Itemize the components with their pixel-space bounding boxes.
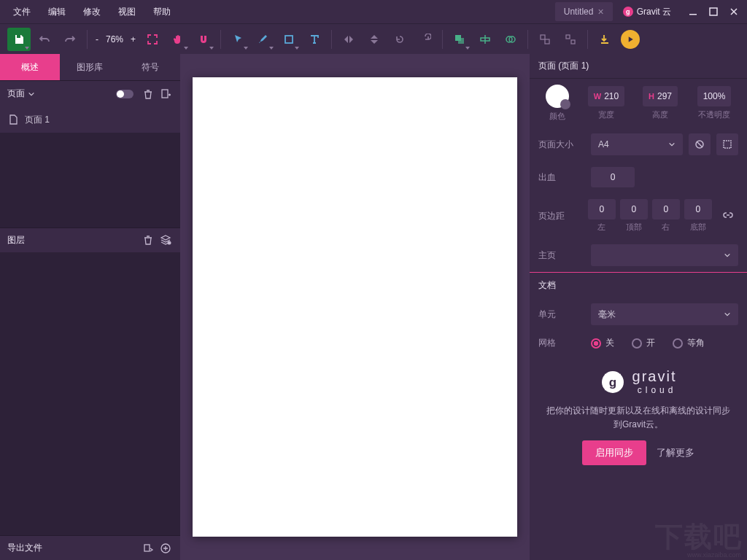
export-files-label: 导出文件: [7, 542, 42, 554]
menu-modify[interactable]: 修改: [74, 1, 109, 23]
page-color-swatch[interactable]: [546, 85, 569, 108]
height-input[interactable]: H297: [643, 86, 678, 106]
clip-content-button[interactable]: [716, 133, 738, 155]
play-button[interactable]: [619, 28, 642, 51]
margin-label: 页边距: [538, 210, 582, 222]
enable-sync-button[interactable]: 启用同步: [582, 440, 646, 465]
pointer-tool-button[interactable]: [226, 28, 249, 51]
svg-rect-15: [144, 545, 150, 551]
bleed-input[interactable]: 0: [591, 167, 635, 187]
window-maximize[interactable]: [705, 3, 722, 20]
svg-rect-13: [162, 90, 168, 98]
page-item-1[interactable]: 页面 1: [0, 106, 180, 133]
document-tab[interactable]: Untitled ×: [555, 2, 613, 21]
chevron-down-icon: [724, 252, 731, 259]
canvas-area[interactable]: [180, 54, 530, 560]
magnet-tool-button[interactable]: [192, 28, 215, 51]
tab-overview[interactable]: 概述: [0, 54, 60, 80]
delete-layer-icon[interactable]: [141, 233, 155, 247]
tab-symbols[interactable]: 符号: [120, 54, 180, 80]
grid-iso-radio[interactable]: 等角: [673, 337, 705, 349]
svg-rect-9: [541, 35, 545, 39]
canvas-page[interactable]: [193, 77, 517, 537]
page-item-label: 页面 1: [25, 114, 50, 126]
page-size-label: 页面大小: [538, 139, 585, 151]
chevron-down-icon[interactable]: [28, 90, 35, 98]
align-button[interactable]: [473, 28, 497, 51]
gravit-logo-icon: g: [600, 370, 625, 394]
redo-button[interactable]: [58, 28, 82, 51]
margin-left-input[interactable]: 0: [588, 199, 616, 219]
save-button[interactable]: [7, 28, 31, 51]
svg-rect-0: [689, 14, 697, 15]
delete-page-icon[interactable]: [141, 87, 155, 101]
svg-rect-12: [571, 40, 575, 44]
width-sublabel: 宽度: [598, 109, 614, 120]
zoom-out-button[interactable]: -: [93, 34, 101, 44]
rotate-cw-button[interactable]: [414, 28, 437, 51]
rotate-ccw-button[interactable]: [388, 28, 411, 51]
margin-bottom-input[interactable]: 0: [684, 199, 712, 219]
ungroup-button[interactable]: [559, 28, 582, 51]
grid-on-radio[interactable]: 开: [632, 337, 655, 349]
width-input[interactable]: W210: [588, 86, 624, 106]
grid-label: 网格: [538, 337, 585, 349]
window-close[interactable]: [725, 3, 743, 20]
learn-more-link[interactable]: 了解更多: [657, 446, 694, 459]
flip-vertical-button[interactable]: [363, 28, 386, 51]
gravit-cloud-button[interactable]: g Gravit 云: [616, 2, 678, 22]
window-minimize[interactable]: [684, 3, 702, 20]
svg-rect-5: [458, 38, 464, 44]
pathfinder-button[interactable]: [499, 28, 522, 51]
page-size-select[interactable]: A4: [591, 133, 683, 155]
unit-select[interactable]: 毫米: [591, 303, 738, 325]
menu-help[interactable]: 帮助: [144, 1, 179, 23]
fit-screen-button[interactable]: [141, 28, 164, 51]
hand-tool-button[interactable]: [166, 28, 190, 51]
undo-button[interactable]: [33, 28, 56, 51]
zoom-value[interactable]: 76%: [103, 34, 126, 44]
bleed-label: 出血: [538, 171, 585, 184]
close-tab-icon[interactable]: ×: [597, 6, 603, 18]
svg-rect-10: [545, 39, 549, 44]
margin-top-input[interactable]: 0: [620, 199, 648, 219]
grid-off-radio[interactable]: 关: [591, 337, 614, 349]
color-sublabel: 颜色: [549, 111, 565, 122]
margin-right-input[interactable]: 0: [652, 199, 680, 219]
flip-horizontal-button[interactable]: [337, 28, 360, 51]
orientation-button[interactable]: [689, 133, 711, 155]
svg-rect-1: [710, 8, 717, 15]
shape-tool-button[interactable]: [277, 28, 301, 51]
svg-point-14: [168, 241, 171, 245]
menu-view[interactable]: 视图: [109, 1, 144, 23]
svg-rect-3: [285, 36, 293, 43]
svg-text:g: g: [608, 376, 616, 389]
opacity-input[interactable]: 100%: [697, 86, 732, 106]
pages-toggle[interactable]: [116, 90, 133, 98]
arrange-button[interactable]: [448, 28, 471, 51]
pen-tool-button[interactable]: [252, 28, 275, 51]
height-sublabel: 高度: [652, 109, 668, 120]
text-tool-button[interactable]: [303, 28, 326, 51]
link-margins-button[interactable]: [718, 205, 738, 227]
gravit-cloud-logo: g gravitcloud: [600, 368, 677, 395]
tab-library[interactable]: 图形库: [60, 54, 120, 80]
pages-label: 页面: [7, 88, 25, 100]
add-layer-icon[interactable]: [158, 233, 173, 247]
document-section-title: 文档: [530, 273, 747, 298]
group-button[interactable]: [533, 28, 557, 51]
layers-label: 图层: [7, 234, 25, 246]
export-button[interactable]: [593, 28, 616, 51]
gravit-cloud-label: Gravit 云: [637, 6, 671, 18]
zoom-in-button[interactable]: +: [128, 34, 139, 44]
add-page-icon[interactable]: [158, 87, 173, 101]
unit-label: 单元: [538, 308, 585, 321]
master-select[interactable]: [591, 244, 738, 266]
document-tab-title: Untitled: [564, 7, 594, 17]
page-icon: [7, 114, 19, 125]
svg-rect-2: [17, 35, 20, 38]
export-settings-icon[interactable]: [141, 541, 155, 556]
menu-edit[interactable]: 编辑: [39, 1, 74, 23]
menu-file[interactable]: 文件: [4, 1, 39, 23]
add-export-icon[interactable]: [158, 541, 173, 556]
